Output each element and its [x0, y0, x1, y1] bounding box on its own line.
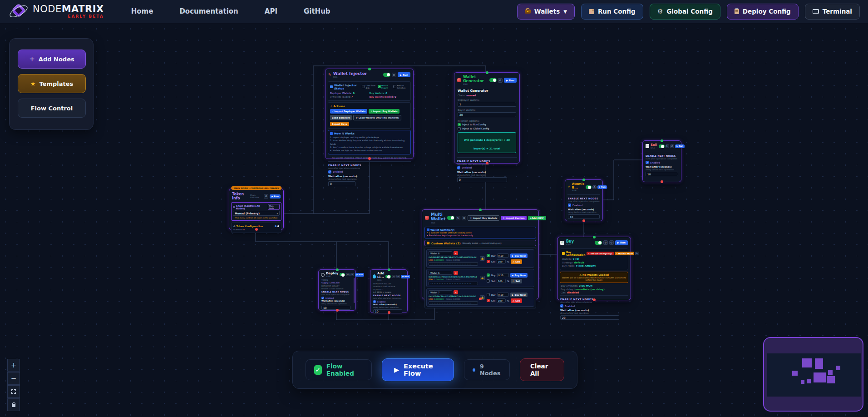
private-key-input[interactable] — [429, 282, 478, 285]
enabled-toggle[interactable] — [385, 275, 391, 278]
output-handle[interactable] — [368, 157, 371, 160]
import-buy-wallets-button[interactable]: ⇧Import Buy Wallets — [468, 215, 499, 221]
zoom-out-button[interactable]: − — [7, 372, 20, 385]
output-handle[interactable] — [582, 219, 585, 222]
input-handle[interactable] — [388, 268, 390, 271]
load-from-disk-checkbox[interactable] — [362, 85, 365, 88]
run-button[interactable]: ▶ Run — [401, 275, 410, 278]
status-dot-blue[interactable] — [275, 225, 276, 227]
lock-icon[interactable]: 🔒 — [480, 276, 485, 280]
enabled-toggle[interactable] — [447, 216, 454, 220]
chain-select[interactable]: Monad (Primary) ▾ — [233, 211, 280, 216]
input-handle[interactable] — [479, 208, 482, 211]
nav-link-github[interactable]: GitHub — [304, 7, 330, 15]
buy-now-button[interactable]: ▶ Buy Now — [510, 273, 528, 278]
wallet-name-input[interactable] — [429, 251, 452, 255]
export-keys-button[interactable]: Export Keys — [330, 122, 349, 126]
wait-seconds-input[interactable] — [328, 181, 355, 186]
monitor-mode-button[interactable]: ⚡ Monitor Mode — [615, 252, 635, 255]
remove-wallet-button[interactable]: ✕ — [454, 251, 458, 255]
buy-checkbox[interactable]: ✓ — [487, 254, 490, 257]
manual-import-checkbox[interactable]: ✓ — [378, 85, 381, 88]
output-handle[interactable] — [479, 298, 482, 300]
private-key-input[interactable] — [429, 262, 478, 266]
sell-button[interactable]: ⚠ Sell — [511, 298, 522, 303]
input-handle[interactable] — [336, 268, 339, 271]
inject-runconfig-checkbox[interactable]: ✓ — [458, 123, 461, 126]
run-config-button[interactable]: Run Config — [581, 4, 643, 20]
wait-seconds-input[interactable] — [568, 214, 600, 219]
enabled-toggle[interactable] — [586, 185, 592, 189]
buy-amount-input[interactable] — [497, 273, 509, 277]
inject-globalconfig-checkbox[interactable] — [458, 127, 461, 130]
run-button[interactable]: ▶ Run — [615, 240, 628, 245]
enabled-checkbox[interactable]: ✓ — [568, 204, 571, 207]
sell-percent-input[interactable] — [497, 259, 506, 263]
enabled-checkbox[interactable]: ✓ — [328, 170, 331, 174]
sell-checkbox[interactable]: ✓ — [487, 299, 490, 302]
clear-all-button[interactable]: Clear All — [520, 358, 564, 381]
sell-percent-input[interactable] — [497, 279, 506, 283]
run-button[interactable]: ▶ Run — [270, 194, 281, 199]
fit-view-button[interactable] — [7, 385, 20, 398]
node-add-liquidity[interactable]: Add Li... IDLE ↻ ⚙ ▶ Run DEPLOYER WALLET… — [370, 269, 408, 313]
enabled-toggle[interactable] — [489, 78, 497, 82]
node-deploy[interactable]: Deploy IDLE ↻ ⚙ ▶ Run TOKEN Supply: 1,00… — [318, 269, 356, 311]
input-handle[interactable] — [593, 236, 596, 238]
node-token-info[interactable]: MAIN NODE - CONTROLS ALL CHAINS Token In… — [229, 189, 284, 230]
brand[interactable]: NODEMATRIX EARLY BETA — [8, 1, 104, 21]
gear-icon[interactable]: ⚙ — [392, 73, 396, 77]
gear-icon[interactable]: ⚙ — [498, 78, 503, 83]
enabled-toggle[interactable] — [383, 73, 390, 77]
refresh-icon[interactable]: ↻ — [635, 252, 639, 255]
enabled-checkbox[interactable]: ✓ — [373, 300, 376, 303]
private-key-input[interactable] — [429, 301, 478, 305]
node-multi-wallet[interactable]: Multi Wallet IDLE ↻ ⚙ ⇧Import Buy Wallet… — [422, 209, 539, 299]
buy-checkbox[interactable]: ✓ — [487, 273, 490, 277]
flow-enabled-chip[interactable]: ✓ Flow Enabled — [306, 359, 372, 380]
input-handle[interactable] — [661, 139, 663, 142]
buy-now-button[interactable]: ▶ Buy Now — [510, 293, 528, 297]
refresh-icon[interactable]: ↻ — [346, 273, 350, 276]
node-wallet-injector[interactable]: ✎ Wallet Injector IDLE ⚙ ▶ Run Wallet In… — [325, 69, 414, 159]
output-handle[interactable] — [661, 180, 663, 183]
buy-amount-input[interactable] — [497, 253, 509, 258]
enabled-checkbox[interactable]: ✓ — [457, 166, 460, 169]
run-button[interactable]: ▶ Run — [597, 185, 607, 189]
sell-all-emergency-button[interactable]: ✕ Sell All (Emergency) — [587, 252, 613, 255]
wait-seconds-input[interactable] — [560, 315, 619, 320]
scrollbar[interactable] — [354, 278, 355, 303]
enabled-toggle[interactable] — [659, 144, 665, 148]
lock-icon[interactable]: 🔒 — [480, 256, 485, 261]
deployer-wallets-input[interactable] — [458, 102, 516, 107]
terminal-button[interactable]: Terminal — [805, 4, 860, 20]
sell-button[interactable]: ⚠ Sell — [511, 279, 522, 283]
output-handle[interactable] — [255, 228, 258, 231]
input-handle[interactable] — [582, 179, 585, 181]
global-config-button[interactable]: ⚙ Global Config — [650, 4, 720, 20]
wait-seconds-input[interactable] — [457, 177, 507, 182]
execute-flow-button[interactable]: ▶ Execute Flow — [382, 358, 454, 381]
input-handle[interactable] — [486, 71, 488, 74]
buy-now-button[interactable]: ▶ Buy Now — [510, 253, 528, 258]
node-atomic-bundle[interactable]: ⚡ Atomic B... IDLE ⚙ ▶ Run ENABLE NEXT N… — [565, 179, 603, 221]
deploy-config-button[interactable]: Deploy Config — [727, 4, 799, 20]
enabled-toggle[interactable] — [595, 241, 602, 245]
enabled-checkbox[interactable]: ✓ — [560, 304, 563, 308]
wallet-name-input[interactable] — [429, 271, 452, 275]
import-custom-button[interactable]: ⇧Import Custom — [501, 216, 526, 220]
enabled-checkbox[interactable]: ✓ — [646, 161, 649, 164]
flow-enabled-checkbox[interactable]: ✓ — [314, 365, 322, 375]
gear-icon[interactable]: ⚙ — [396, 275, 400, 278]
minimap[interactable] — [763, 337, 863, 412]
run-button[interactable]: ▶ Run — [675, 144, 685, 148]
gear-icon[interactable]: ⚙ — [264, 194, 268, 199]
sell-button[interactable]: ⚠ Sell — [511, 259, 522, 264]
enabled-toggle[interactable] — [340, 273, 345, 276]
run-button[interactable]: ▶ Run — [398, 72, 410, 77]
remove-wallet-button[interactable]: ✕ — [454, 290, 458, 294]
add-nodes-button[interactable]: + Add Nodes — [18, 50, 86, 69]
gear-icon[interactable]: ⚙ — [350, 273, 354, 276]
gear-icon[interactable]: ⚙ — [592, 185, 597, 189]
sell-percent-input[interactable] — [497, 298, 506, 303]
